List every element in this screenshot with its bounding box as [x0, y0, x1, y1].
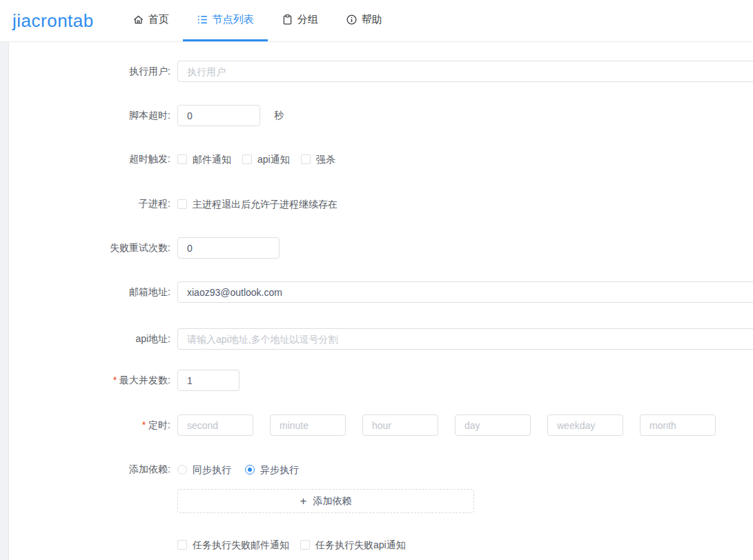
left-gutter	[0, 42, 9, 560]
cron-second-input[interactable]	[177, 414, 253, 436]
help-icon	[346, 14, 358, 26]
checkbox-fail-mail-notify[interactable]: 任务执行失败邮件通知	[177, 538, 289, 552]
timing-label: *定时:	[39, 419, 177, 432]
email-input[interactable]	[177, 281, 753, 303]
dependency-label: 添加依赖:	[39, 463, 177, 476]
form-row-dependency-mode: 添加依赖: 同步执行 异步执行	[39, 463, 753, 477]
plus-icon: +	[300, 495, 307, 507]
cron-minute-input[interactable]	[270, 414, 346, 436]
radio-sync-exec[interactable]: 同步执行	[177, 463, 231, 477]
group-icon	[282, 14, 293, 26]
radio-icon	[245, 465, 255, 474]
email-label: 邮箱地址:	[39, 286, 177, 299]
checkbox-icon	[300, 540, 310, 550]
page-body: 执行用户: 脚本超时: 秒 超时触发: 邮件通知 a	[0, 42, 753, 560]
script-timeout-unit: 秒	[274, 110, 284, 122]
radio-icon	[177, 465, 187, 474]
form-row-timeout-trigger: 超时触发: 邮件通知 api通知 强杀	[39, 152, 753, 166]
nav-item-help[interactable]: 帮助	[332, 0, 396, 41]
exec-user-input[interactable]	[177, 61, 753, 82]
max-concurrency-input[interactable]	[177, 370, 239, 391]
cron-month-input[interactable]	[640, 414, 716, 436]
form-row-timing: *定时:	[39, 414, 753, 436]
list-icon	[197, 14, 208, 26]
nav-item-label: 首页	[148, 13, 169, 26]
checkbox-icon	[177, 199, 187, 209]
add-dependency-button[interactable]: + 添加依赖	[177, 489, 474, 513]
task-form: 执行用户: 脚本超时: 秒 超时触发: 邮件通知 a	[10, 42, 753, 560]
checkbox-fail-api-notify[interactable]: 任务执行失败api通知	[300, 538, 406, 552]
nav-item-groups[interactable]: 分组	[268, 0, 332, 41]
retry-times-input[interactable]	[177, 237, 280, 259]
exec-user-label: 执行用户:	[39, 66, 177, 78]
form-row-exec-user: 执行用户:	[39, 61, 753, 82]
app-header: jiacrontab 首页	[0, 0, 753, 42]
cron-day-input[interactable]	[455, 414, 531, 436]
max-concurrency-label: *最大并发数:	[39, 374, 177, 387]
api-addr-input[interactable]	[177, 328, 753, 350]
checkbox-icon	[301, 154, 311, 164]
script-timeout-input[interactable]	[177, 105, 260, 126]
checkbox-icon	[242, 154, 252, 164]
checkbox-icon	[177, 540, 187, 550]
form-row-script-timeout: 脚本超时: 秒	[39, 105, 753, 126]
retry-times-label: 失败重试次数:	[39, 242, 177, 254]
form-row-child-process: 子进程: 主进程退出后允许子进程继续存在	[39, 197, 753, 211]
checkbox-child-process[interactable]: 主进程退出后允许子进程继续存在	[177, 197, 338, 211]
api-addr-label: api地址:	[39, 333, 177, 346]
form-row-email: 邮箱地址:	[39, 281, 753, 303]
main-nav: 首页 节点列表 分组	[119, 0, 396, 41]
form-row-fail-notify: 任务执行失败邮件通知 任务执行失败api通知	[39, 538, 753, 552]
nav-item-label: 节点列表	[213, 13, 254, 26]
child-process-label: 子进程:	[39, 198, 177, 210]
home-icon	[133, 14, 144, 26]
cron-weekday-input[interactable]	[547, 414, 623, 436]
form-row-max-concurrency: *最大并发数:	[39, 370, 753, 391]
form-row-add-dependency: + 添加依赖	[39, 489, 753, 513]
nav-item-home[interactable]: 首页	[119, 0, 183, 41]
required-asterisk: *	[142, 419, 146, 430]
form-row-api-addr: api地址:	[39, 328, 753, 350]
required-asterisk: *	[113, 374, 117, 386]
checkbox-api-notify[interactable]: api通知	[242, 152, 290, 166]
add-dependency-button-label: 添加依赖	[313, 495, 351, 508]
checkbox-icon	[177, 154, 187, 164]
timeout-trigger-label: 超时触发:	[39, 153, 177, 166]
checkbox-mail-notify[interactable]: 邮件通知	[177, 152, 231, 166]
nav-item-node-list[interactable]: 节点列表	[183, 0, 268, 41]
radio-async-exec[interactable]: 异步执行	[245, 463, 299, 477]
script-timeout-label: 脚本超时:	[39, 110, 177, 122]
nav-item-label: 帮助	[362, 13, 382, 26]
cron-hour-input[interactable]	[362, 414, 438, 436]
form-row-retry-times: 失败重试次数:	[39, 237, 753, 259]
app-logo[interactable]: jiacrontab	[12, 10, 94, 32]
checkbox-force-kill[interactable]: 强杀	[301, 152, 335, 166]
nav-item-label: 分组	[297, 13, 318, 26]
